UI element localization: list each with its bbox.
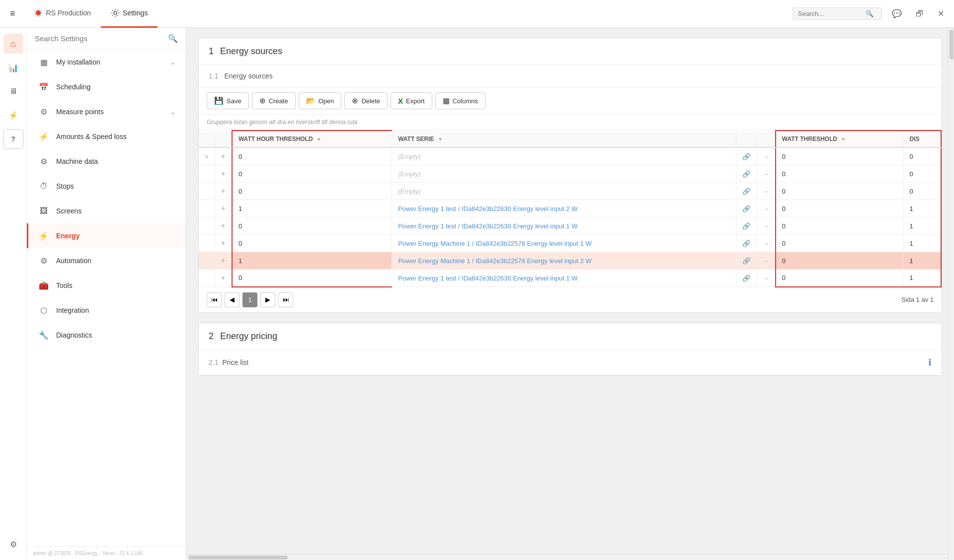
cell-watt-hour-threshold[interactable]: 0 [232, 217, 392, 235]
cell-expand[interactable] [199, 183, 215, 200]
sidebar-item-measure-points[interactable]: ⚙ Measure points ⌄ [27, 99, 186, 124]
cell-watt-hour-threshold[interactable]: 1 [232, 252, 392, 270]
close-button[interactable]: ✕ [934, 7, 948, 20]
cell-link[interactable]: 🔗 [736, 235, 756, 252]
create-button[interactable]: ⊕ Create [252, 92, 296, 109]
columns-button[interactable]: ▦ Columns [435, 92, 485, 109]
sidebar-item-automation[interactable]: ⚙ Automation [27, 248, 186, 273]
cell-dis[interactable]: 0 [903, 147, 941, 165]
cell-add[interactable]: + [215, 252, 232, 270]
save-button[interactable]: 💾 Save [207, 92, 249, 109]
horizontal-scrollbar[interactable] [186, 554, 948, 560]
cell-expand[interactable] [199, 235, 215, 252]
filter-icon-watt-serie[interactable]: ▼ [438, 137, 443, 142]
cell-watt-hour-threshold[interactable]: 0 [232, 235, 392, 252]
cell-expand[interactable] [199, 252, 215, 270]
chat-button[interactable]: 💬 [888, 7, 906, 20]
cell-link[interactable]: 🔗 [736, 200, 756, 217]
cell-link[interactable]: 🔗 [736, 165, 756, 183]
scrollbar-thumb[interactable] [950, 30, 954, 60]
cell-add[interactable]: + [215, 165, 232, 183]
sidebar-icon-help[interactable]: ? [3, 129, 23, 149]
sidebar-icon-analytics[interactable]: 📊 [3, 58, 23, 77]
cell-add[interactable]: + [215, 235, 232, 252]
cell-watt-hour-threshold[interactable]: 1 [232, 200, 392, 217]
page-next-button[interactable]: ▶ [260, 292, 275, 307]
cell-watt-threshold[interactable]: 0 [776, 252, 903, 270]
sidebar-item-my-installation[interactable]: ▦ My installation ⌄ [27, 50, 186, 74]
cell-watt-threshold[interactable]: 0 [776, 147, 903, 165]
cell-add[interactable]: + [215, 270, 232, 287]
sidebar-icon-energy-quick[interactable]: ⚡ [3, 105, 23, 125]
cell-watt-threshold[interactable]: 0 [776, 200, 903, 217]
sidebar-icon-home[interactable]: ⌂ [3, 34, 23, 54]
sidebar-item-diagnostics[interactable]: 🔧 Diagnostics [27, 323, 186, 348]
export-button[interactable]: X Export [391, 92, 432, 109]
sidebar-item-machine-data-label: Machine data [56, 157, 98, 165]
cell-link[interactable]: 🔗 [736, 183, 756, 200]
cell-add[interactable]: + [215, 147, 232, 165]
tab-rs-production[interactable]: RS Production [23, 0, 101, 28]
sidebar-search-input[interactable] [35, 34, 164, 43]
sidebar-item-stops[interactable]: ⏱ Stops [27, 174, 186, 199]
watt-serie-value[interactable]: Power Energy 1 test / IDa842e3b22630 Ene… [398, 222, 577, 230]
cell-dis[interactable]: 1 [903, 200, 941, 217]
sidebar-icon-monitor[interactable]: 🖥 [3, 81, 23, 101]
cell-dis[interactable]: 1 [903, 270, 941, 287]
page-prev-button[interactable]: ◀ [225, 292, 239, 307]
cell-add[interactable]: + [215, 183, 232, 200]
page-1-button[interactable]: 1 [242, 292, 257, 307]
page-last-button[interactable]: ⏭ [278, 292, 293, 307]
sidebar-item-tools[interactable]: 🧰 Tools [27, 273, 186, 298]
cell-watt-hour-threshold[interactable]: 0 [232, 270, 392, 287]
filter-icon-watt-threshold[interactable]: ▼ [841, 137, 846, 142]
global-search-input[interactable] [798, 10, 863, 17]
cell-add[interactable]: + [215, 217, 232, 235]
scrollbar-track[interactable] [948, 28, 954, 560]
open-button[interactable]: 📂 Open [299, 92, 342, 109]
cell-dis[interactable]: 0 [903, 165, 941, 183]
cell-link[interactable]: 🔗 [736, 252, 756, 270]
cell-dis[interactable]: 1 [903, 235, 941, 252]
cell-watt-threshold[interactable]: 0 [776, 270, 903, 287]
cell-expand[interactable] [199, 217, 215, 235]
sidebar-item-scheduling[interactable]: 📅 Scheduling [27, 74, 186, 99]
page-first-button[interactable]: ⏮ [207, 292, 222, 307]
watt-serie-value[interactable]: Power Energy Machine 1 / IDa842e3b22578 … [398, 240, 592, 247]
cell-expand[interactable] [199, 200, 215, 217]
cell-link[interactable]: 🔗 [736, 270, 756, 287]
menu-icon[interactable]: ≡ [6, 4, 19, 23]
delete-button[interactable]: ⊗ Delete [344, 92, 388, 109]
cell-watt-threshold[interactable]: 0 [776, 183, 903, 200]
cell-watt-threshold[interactable]: 0 [776, 217, 903, 235]
horizontal-scrollbar-thumb[interactable] [188, 556, 288, 560]
cell-expand[interactable] [199, 270, 215, 287]
sidebar-item-amounts-speed-loss[interactable]: ⚡ Amounts & Speed loss [27, 124, 186, 149]
sidebar-item-integration[interactable]: ⬡ Integration [27, 298, 186, 323]
tab-settings[interactable]: Settings [101, 0, 158, 28]
sidebar-item-machine-data[interactable]: ⚙ Machine data [27, 149, 186, 174]
sidebar-icon-settings[interactable]: ⚙ [3, 534, 23, 554]
cell-dis[interactable]: 0 [903, 183, 941, 200]
restore-button[interactable]: 🗗 [912, 7, 928, 20]
cell-dis[interactable]: 1 [903, 252, 941, 270]
cell-expand[interactable]: > [199, 147, 215, 165]
cell-dis[interactable]: 1 [903, 217, 941, 235]
watt-serie-value[interactable]: Power Energy 1 test / IDa842e3b22630 Ene… [398, 205, 577, 212]
filter-icon-watt-hour[interactable]: ▼ [317, 137, 321, 142]
cell-link[interactable]: 🔗 [736, 147, 756, 165]
cell-watt-hour-threshold[interactable]: 0 [232, 183, 392, 200]
info-icon[interactable]: ℹ [928, 357, 932, 368]
cell-add[interactable]: + [215, 200, 232, 217]
cell-expand[interactable] [199, 165, 215, 183]
cell-watt-threshold[interactable]: 0 [776, 165, 903, 183]
global-search[interactable]: 🔍 [793, 7, 882, 20]
cell-link[interactable]: 🔗 [736, 217, 756, 235]
watt-serie-value[interactable]: Power Energy 1 test / IDa842e3b22630 Ene… [398, 275, 577, 282]
watt-serie-value[interactable]: Power Energy Machine 1 / IDa842e3b22578 … [398, 257, 592, 265]
cell-watt-hour-threshold[interactable]: 0 [232, 165, 392, 183]
cell-watt-hour-threshold[interactable]: 0 [232, 147, 392, 165]
sidebar-item-screens[interactable]: 🖼 Screens [27, 199, 186, 223]
sidebar-item-energy[interactable]: ⚡ Energy [27, 223, 186, 248]
cell-watt-threshold[interactable]: 0 [776, 235, 903, 252]
